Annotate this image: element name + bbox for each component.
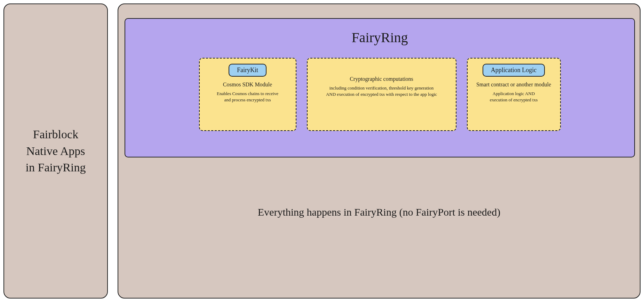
fairykit-subtitle: Cosmos SDK Module bbox=[223, 82, 272, 88]
fairykit-desc: Enables Cosmos chains to receive and pro… bbox=[217, 91, 278, 103]
left-panel-title: Fairblock Native Apps in FairyRing bbox=[22, 126, 89, 176]
applogic-box: Application Logic Smart contract or anot… bbox=[467, 58, 561, 131]
fairykit-chip: FairyKit bbox=[229, 64, 267, 77]
applogic-chip: Application Logic bbox=[483, 64, 545, 77]
fairykit-box: FairyKit Cosmos SDK Module Enables Cosmo… bbox=[199, 58, 296, 131]
crypto-box: Cryptographic computations including con… bbox=[307, 58, 456, 131]
left-panel: Fairblock Native Apps in FairyRing bbox=[3, 3, 108, 299]
fairyring-container: FairyRing FairyKit Cosmos SDK Module Ena… bbox=[125, 18, 635, 157]
fairyring-inner-row: FairyKit Cosmos SDK Module Enables Cosmo… bbox=[125, 58, 634, 131]
crypto-desc: including condition verification, thresh… bbox=[326, 85, 437, 98]
bottom-caption: Everything happens in FairyRing (no Fair… bbox=[118, 206, 640, 218]
applogic-desc: Application logic AND execution of encry… bbox=[490, 91, 538, 103]
fairyring-title: FairyRing bbox=[125, 29, 634, 46]
applogic-subtitle: Smart contract or another module bbox=[476, 82, 551, 88]
crypto-subtitle: Cryptographic computations bbox=[350, 76, 413, 82]
right-panel: FairyRing FairyKit Cosmos SDK Module Ena… bbox=[118, 3, 641, 299]
